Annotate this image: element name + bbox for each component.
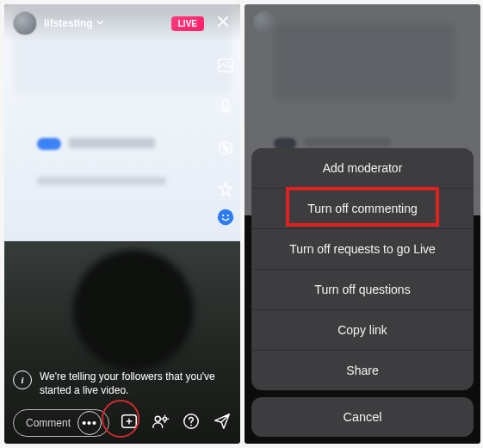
menu-item-turn-off-questions[interactable]: Turn off questions xyxy=(251,269,474,309)
username-text: lifstesting xyxy=(44,17,93,29)
action-sheet-group: Add moderator Turn off commenting Turn o… xyxy=(251,148,474,390)
avatar xyxy=(253,11,276,34)
add-media-icon[interactable] xyxy=(120,412,139,434)
notice-text: We're telling your followers that you've… xyxy=(40,370,232,397)
action-sheet: Add moderator Turn off commenting Turn o… xyxy=(251,148,474,437)
live-badge: LIVE xyxy=(171,16,204,31)
more-options-button[interactable]: ••• xyxy=(77,411,102,435)
live-start-notice: i We're telling your followers that you'… xyxy=(13,370,232,397)
svg-point-1 xyxy=(227,62,230,65)
comment-placeholder: Comment xyxy=(26,417,71,429)
right-phone-action-sheet: Add moderator Turn off commenting Turn o… xyxy=(245,4,480,444)
svg-point-5 xyxy=(222,215,224,216)
svg-point-9 xyxy=(163,417,166,420)
live-header: lifstesting LIVE xyxy=(4,4,240,42)
close-icon[interactable] xyxy=(211,15,232,33)
menu-item-copy-link[interactable]: Copy link xyxy=(251,309,474,350)
svg-point-4 xyxy=(218,209,233,225)
menu-item-turn-off-commenting[interactable]: Turn off commenting xyxy=(251,188,474,228)
avatar[interactable] xyxy=(13,11,37,35)
comment-pill[interactable]: Comment ••• xyxy=(13,409,109,437)
svg-point-6 xyxy=(227,215,229,216)
menu-item-share[interactable]: Share xyxy=(251,350,474,390)
menu-item-add-moderator[interactable]: Add moderator xyxy=(251,148,474,188)
send-icon[interactable] xyxy=(213,412,232,434)
username-label[interactable]: lifstesting xyxy=(44,17,104,29)
mic-icon[interactable] xyxy=(216,97,235,120)
info-icon: i xyxy=(13,370,32,389)
left-phone-live-stream: lifstesting LIVE xyxy=(4,4,240,444)
chevron-down-icon xyxy=(96,17,104,29)
bottom-toolbar: Comment ••• xyxy=(4,402,240,444)
svg-point-11 xyxy=(190,425,192,426)
blue-face-icon[interactable] xyxy=(216,208,235,230)
question-icon[interactable] xyxy=(182,412,201,434)
filter-icon[interactable] xyxy=(216,180,235,202)
add-guest-icon[interactable] xyxy=(151,412,170,434)
svg-point-8 xyxy=(155,416,160,421)
cancel-button[interactable]: Cancel xyxy=(251,397,474,437)
side-toolbar xyxy=(216,56,235,202)
svg-point-3 xyxy=(220,142,232,155)
camera-flip-icon[interactable] xyxy=(216,139,235,161)
menu-item-turn-off-requests[interactable]: Turn off requests to go Live xyxy=(251,228,474,269)
svg-rect-2 xyxy=(223,100,228,109)
image-icon[interactable] xyxy=(216,56,235,78)
